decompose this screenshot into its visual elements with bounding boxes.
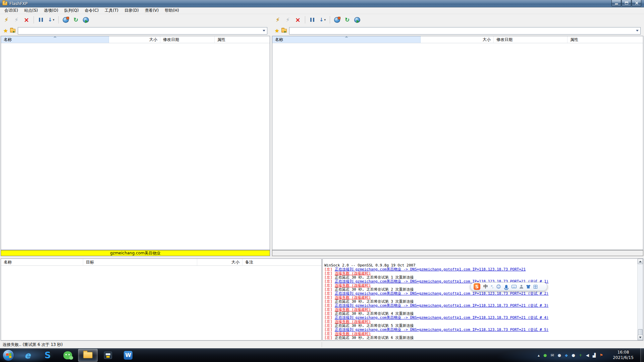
disconnect-icon[interactable]: × (295, 16, 301, 23)
transfer-mode-button[interactable]: ↓ ▾ (48, 16, 54, 23)
taskbar-clock[interactable]: 16:08 2021/6/15 (608, 350, 639, 360)
cloud-tray-icon[interactable]: ◆ (565, 353, 568, 357)
app-tray-icon[interactable]: ● (558, 353, 561, 357)
column-modified[interactable]: 修改日期 (160, 36, 215, 43)
ime-keyboard-icon[interactable] (512, 285, 517, 288)
ime-skin-icon[interactable] (526, 285, 531, 289)
queue-header: 名称 目标 大小 备注 (1, 259, 321, 266)
taskbar-ie-button[interactable]: e (18, 349, 37, 362)
queue-column-size[interactable]: 大小 (197, 259, 243, 265)
taskbar-wechat-button[interactable] (58, 349, 77, 362)
minimize-icon (615, 4, 618, 5)
site-manager-icon[interactable] (63, 17, 69, 23)
menu-item[interactable]: 帮助(H) (162, 7, 182, 14)
left-file-list[interactable]: 名称 大小 修改日期 属性 (1, 36, 270, 250)
flag-tray-icon[interactable]: ⚑ (599, 353, 603, 357)
queue-column-note[interactable]: 备注 (243, 259, 321, 265)
column-modified[interactable]: 修改日期 (494, 36, 568, 43)
log-panel[interactable]: WinSock 2.0 -- OpenSSL 0.9.8g 19 Oct 200… (322, 258, 643, 341)
refresh-icon[interactable]: ↻ (344, 16, 350, 23)
column-name[interactable]: 名称 (1, 36, 109, 43)
quick-connect-icon[interactable]: ⚡ (13, 16, 19, 23)
left-path-combobox[interactable] (18, 27, 267, 35)
connect-icon[interactable]: ⚡ (3, 16, 9, 23)
dropdown-arrow-icon[interactable]: ▾ (53, 18, 55, 21)
menu-item[interactable]: 站点(S) (21, 7, 41, 14)
scroll-down-icon[interactable] (638, 335, 643, 340)
sogou-logo-icon[interactable]: S (474, 283, 480, 290)
pause-transfer-icon[interactable] (309, 16, 315, 23)
quick-connect-icon[interactable]: ⚡ (285, 16, 291, 23)
menu-item[interactable]: 会话(E) (1, 7, 21, 14)
queue-column-target[interactable]: 目标 (83, 259, 197, 265)
favorites-star-icon[interactable]: ★ (3, 28, 8, 34)
right-file-list[interactable]: 名称 大小 修改日期 属性 (272, 36, 643, 250)
refresh-icon[interactable]: ↻ (73, 16, 79, 23)
taskbar-wps-button[interactable]: W (118, 349, 138, 362)
goto-site-icon[interactable] (83, 17, 89, 23)
update-tray-icon[interactable]: ● (572, 353, 575, 357)
menu-item[interactable]: 目录(D) (121, 7, 142, 14)
volume-tray-icon[interactable]: ◀ (586, 353, 589, 357)
queue-column-name[interactable]: 名称 (1, 259, 83, 265)
column-size[interactable]: 大小 (109, 36, 160, 43)
close-button[interactable] (632, 0, 641, 6)
favorites-star-icon[interactable]: ★ (275, 28, 279, 34)
right-file-list-body[interactable] (272, 43, 643, 250)
scroll-thumb[interactable] (638, 329, 643, 335)
left-file-list-body[interactable] (1, 43, 270, 250)
scroll-up-icon[interactable] (638, 259, 643, 264)
taskbar-flashfxp-button[interactable] (78, 349, 98, 362)
combo-dropdown-icon[interactable] (261, 28, 267, 34)
right-path-combobox[interactable] (289, 27, 641, 35)
health-tray-icon[interactable]: + (579, 353, 582, 357)
taskbar-sogou-button[interactable]: S (38, 349, 57, 362)
menu-item[interactable]: 选项(O) (41, 7, 61, 14)
start-button[interactable] (3, 350, 14, 361)
show-desktop-button[interactable] (640, 348, 644, 362)
taskbar-app-button[interactable] (98, 349, 118, 362)
title-bar[interactable]: FlashFXP (0, 0, 644, 7)
menu-item[interactable]: 队列(Q) (61, 7, 82, 14)
go-folder-icon[interactable] (10, 29, 15, 33)
column-label: 备注 (245, 259, 253, 265)
pause-transfer-icon[interactable] (38, 16, 44, 23)
transfer-mode-button[interactable]: ↓ ▾ (319, 16, 326, 23)
go-folder-icon[interactable] (281, 29, 287, 33)
ime-toolbox-icon[interactable] (534, 285, 537, 289)
sort-asc-icon (53, 36, 57, 38)
site-manager-icon[interactable] (334, 17, 340, 23)
ime-chinese-mode-icon[interactable]: 中 (483, 284, 488, 290)
menu-item[interactable]: 工具(T) (102, 7, 121, 14)
connect-icon[interactable]: ⚡ (275, 16, 281, 23)
maximize-button[interactable] (622, 0, 631, 6)
ime-punctuation-icon[interactable]: °, (491, 285, 493, 289)
log-scrollbar[interactable] (637, 259, 643, 340)
wechat-icon (63, 351, 72, 359)
minimize-button[interactable] (611, 0, 621, 6)
network-tray-icon[interactable]: ▟ (593, 353, 596, 357)
column-label: 大小 (149, 37, 157, 43)
sogou-ime-bar[interactable]: S 中 °, ☺ (470, 282, 547, 291)
ime-emoji-icon[interactable]: ☺ (496, 284, 501, 289)
hidden-icons-icon[interactable]: ▴ (538, 353, 540, 357)
ime-account-icon[interactable] (520, 285, 523, 289)
dropdown-arrow-icon[interactable]: ▾ (324, 18, 326, 21)
column-size[interactable]: 大小 (421, 36, 494, 43)
security-tray-icon[interactable]: ● (543, 353, 547, 357)
window-controls (611, 0, 641, 6)
local-browser-panel: ⚡ ⚡ × ↓ ▾ ↻ ★ 名 (1, 14, 270, 256)
goto-site-icon[interactable] (354, 17, 360, 23)
flashfxp-app-icon (2, 1, 7, 5)
ime-mic-icon[interactable] (505, 285, 507, 289)
disconnect-icon[interactable]: × (23, 16, 30, 23)
toolbar-separator (34, 16, 34, 23)
column-attributes[interactable]: 属性 (568, 36, 643, 43)
column-attributes[interactable]: 属性 (215, 36, 270, 43)
menu-item[interactable]: 查看(V) (142, 7, 162, 14)
combo-dropdown-icon[interactable] (634, 28, 640, 34)
menu-item[interactable]: 命令(C) (82, 7, 102, 14)
transfer-queue-panel[interactable]: 名称 目标 大小 备注 (1, 258, 322, 341)
mail-tray-icon[interactable]: ✉ (550, 353, 554, 357)
column-name[interactable]: 名称 (272, 36, 421, 43)
